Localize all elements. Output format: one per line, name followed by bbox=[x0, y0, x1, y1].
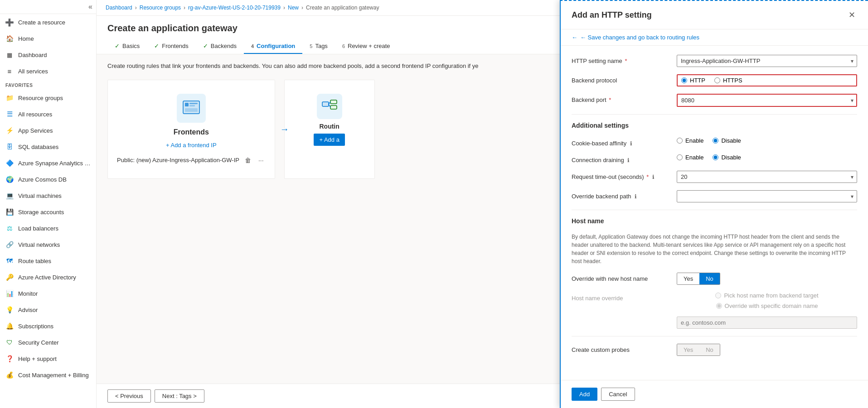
tab-basics[interactable]: ✓ Basics bbox=[107, 39, 147, 54]
custom-probes-control: Yes No bbox=[677, 344, 857, 356]
sidebar-item-monitor[interactable]: 📊 Monitor bbox=[0, 285, 96, 302]
http-setting-name-row: HTTP setting name * ▾ bbox=[572, 55, 857, 67]
breadcrumb-resource-groups[interactable]: Resource groups bbox=[140, 5, 181, 11]
domain-input[interactable] bbox=[677, 317, 857, 329]
panel-save-link[interactable]: ← ← Save changes and go back to routing … bbox=[561, 29, 868, 46]
request-timeout-info-icon[interactable]: ℹ bbox=[652, 174, 655, 180]
tab-backends[interactable]: ✓ Backends bbox=[196, 39, 244, 54]
frontends-title: Frontends bbox=[174, 128, 209, 136]
add-frontend-ip[interactable]: + Add a frontend IP bbox=[166, 142, 217, 149]
request-timeout-control: ▾ bbox=[677, 171, 857, 183]
sidebar-item-dashboard[interactable]: ▦ Dashboard bbox=[0, 47, 96, 63]
connection-draining-enable-radio[interactable] bbox=[677, 154, 683, 160]
override-backend-path-info-icon[interactable]: ℹ bbox=[635, 193, 637, 200]
tab-frontends[interactable]: ✓ Frontends bbox=[147, 39, 196, 54]
sidebar-item-home[interactable]: 🏠 Home bbox=[0, 30, 96, 47]
delete-frontend-button[interactable]: 🗑 bbox=[243, 156, 253, 165]
backend-port-input[interactable] bbox=[677, 94, 857, 107]
sidebar-item-advisor[interactable]: 💡 Advisor bbox=[0, 302, 96, 318]
custom-probes-yes[interactable]: Yes bbox=[677, 344, 699, 355]
override-host-name-yes[interactable]: Yes bbox=[677, 273, 699, 284]
sidebar-item-label: Azure Synapse Analytics (f... bbox=[18, 160, 91, 167]
connection-draining-info-icon[interactable]: ℹ bbox=[627, 157, 630, 163]
override-backend-path-label: Override backend path ℹ bbox=[572, 190, 671, 200]
connection-draining-enable[interactable]: Enable bbox=[677, 154, 703, 161]
add-routing-rule-button[interactable]: + Add a bbox=[314, 134, 344, 146]
connection-draining-disable[interactable]: Disable bbox=[713, 154, 741, 161]
protocol-http-option[interactable]: HTTP bbox=[681, 77, 705, 84]
sidebar-item-sql-databases[interactable]: 🗄 SQL databases bbox=[0, 139, 96, 155]
sidebar-item-resource-groups[interactable]: 📁 Resource groups bbox=[0, 90, 96, 106]
protocol-https-option[interactable]: HTTPS bbox=[714, 77, 742, 84]
tab-tags[interactable]: 5 Tags bbox=[302, 39, 335, 54]
more-frontend-button[interactable]: ··· bbox=[257, 156, 266, 165]
sidebar-item-create-resource[interactable]: ➕ Create a resource bbox=[0, 14, 96, 30]
svg-rect-2 bbox=[189, 103, 198, 104]
routing-title: Routin bbox=[319, 123, 339, 130]
sidebar-item-all-resources[interactable]: ☰ All resources bbox=[0, 106, 96, 122]
sidebar-item-help-support[interactable]: ❓ Help + support bbox=[0, 350, 96, 367]
protocol-https-radio[interactable] bbox=[714, 77, 720, 83]
pick-host-name-option[interactable]: Pick host name from backend target bbox=[715, 292, 818, 299]
connection-draining-disable-radio[interactable] bbox=[713, 154, 718, 160]
override-host-name-no[interactable]: No bbox=[699, 273, 720, 284]
sidebar-item-label: Virtual machines bbox=[18, 192, 62, 199]
cookie-affinity-disable-radio[interactable] bbox=[713, 138, 718, 144]
sidebar-item-azure-active-directory[interactable]: 🔑 Azure Active Directory bbox=[0, 269, 96, 285]
sidebar-item-app-services[interactable]: ⚡ App Services bbox=[0, 122, 96, 139]
sidebar-item-route-tables[interactable]: 🗺 Route tables bbox=[0, 253, 96, 269]
cookie-affinity-disable[interactable]: Disable bbox=[713, 137, 741, 144]
breadcrumb-dashboard[interactable]: Dashboard bbox=[106, 5, 132, 11]
previous-button[interactable]: < Previous bbox=[107, 389, 151, 403]
http-setting-name-input[interactable] bbox=[677, 55, 857, 67]
cancel-button[interactable]: Cancel bbox=[601, 388, 635, 401]
sql-databases-icon: 🗄 bbox=[5, 143, 14, 151]
connection-draining-label: Connection draining ℹ bbox=[572, 154, 671, 163]
request-timeout-input[interactable] bbox=[677, 171, 857, 183]
sidebar-item-label: Create a resource bbox=[18, 19, 65, 26]
sidebar-item-azure-cosmos[interactable]: 🌍 Azure Cosmos DB bbox=[0, 171, 96, 187]
breadcrumb-rg[interactable]: rg-av-Azure-West-US-2-10-20-719939 bbox=[188, 5, 281, 11]
add-button[interactable]: Add bbox=[572, 388, 597, 401]
svg-rect-6 bbox=[330, 100, 337, 104]
sidebar-item-subscriptions[interactable]: 🔔 Subscriptions bbox=[0, 318, 96, 334]
custom-probes-label: Create custom probes bbox=[572, 344, 671, 353]
sidebar-item-load-balancers[interactable]: ⚖ Load balancers bbox=[0, 220, 96, 236]
sidebar-item-virtual-machines[interactable]: 💻 Virtual machines bbox=[0, 187, 96, 204]
domain-input-spacer bbox=[572, 317, 671, 319]
cookie-affinity-radio-group: Enable Disable bbox=[677, 137, 857, 144]
override-backend-path-control: ▾ bbox=[677, 190, 857, 202]
host-name-heading: Host name bbox=[572, 217, 857, 226]
sidebar-item-label: Virtual networks bbox=[18, 241, 60, 248]
sidebar-item-all-services[interactable]: ≡ All services bbox=[0, 63, 96, 79]
sidebar-item-security-center[interactable]: 🛡 Security Center bbox=[0, 334, 96, 350]
all-services-icon: ≡ bbox=[5, 67, 14, 75]
sidebar-item-cost-management[interactable]: 💰 Cost Management + Billing bbox=[0, 367, 96, 383]
override-specific-domain-radio[interactable] bbox=[716, 303, 722, 309]
override-backend-path-input[interactable] bbox=[677, 190, 857, 202]
override-host-name-label: Override with new host name bbox=[572, 273, 671, 282]
tab-review-create[interactable]: 6 Review + create bbox=[335, 39, 398, 54]
protocol-http-radio[interactable] bbox=[681, 77, 687, 83]
sidebar-item-storage-accounts[interactable]: 💾 Storage accounts bbox=[0, 204, 96, 220]
backend-port-chevron-icon: ▾ bbox=[851, 97, 853, 104]
cookie-affinity-enable[interactable]: Enable bbox=[677, 137, 703, 144]
request-timeout-row: Request time-out (seconds) * ℹ ▾ bbox=[572, 171, 857, 183]
sidebar-collapse-button[interactable]: « bbox=[0, 0, 96, 14]
pick-host-name-radio[interactable] bbox=[715, 293, 721, 298]
panel-close-button[interactable]: ✕ bbox=[847, 8, 857, 22]
sidebar-item-label: Security Center bbox=[18, 339, 59, 346]
panel-header: Add an HTTP setting ✕ bbox=[561, 1, 868, 29]
sidebar-item-azure-synapse[interactable]: 🔷 Azure Synapse Analytics (f... bbox=[0, 155, 96, 171]
breadcrumb-new[interactable]: New bbox=[288, 5, 299, 11]
override-specific-domain-option[interactable]: Override with specific domain name bbox=[716, 302, 818, 309]
cookie-affinity-info-icon[interactable]: ℹ bbox=[630, 140, 632, 147]
custom-probes-no[interactable]: No bbox=[699, 344, 720, 355]
sidebar-item-virtual-networks[interactable]: 🔗 Virtual networks bbox=[0, 236, 96, 253]
storage-accounts-icon: 💾 bbox=[5, 208, 14, 216]
virtual-networks-icon: 🔗 bbox=[5, 240, 14, 249]
cookie-affinity-enable-radio[interactable] bbox=[677, 138, 683, 144]
svg-rect-5 bbox=[322, 102, 329, 106]
next-button[interactable]: Next : Tags > bbox=[155, 389, 204, 403]
tab-configuration[interactable]: 4 Configuration bbox=[244, 39, 302, 54]
